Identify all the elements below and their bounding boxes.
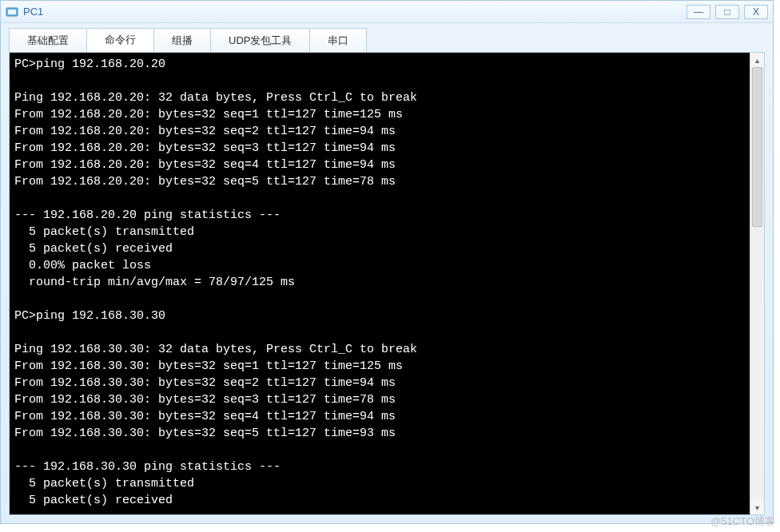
tab-bar: 基础配置 命令行 组播 UDP发包工具 串口 — [1, 23, 773, 52]
terminal-output[interactable]: PC>ping 192.168.20.20 Ping 192.168.20.20… — [10, 53, 750, 514]
scroll-track[interactable] — [750, 67, 764, 500]
scroll-down-icon[interactable]: ▾ — [750, 500, 764, 514]
close-button[interactable]: X — [744, 5, 768, 19]
maximize-button[interactable]: □ — [715, 5, 739, 19]
tab-udp-tool[interactable]: UDP发包工具 — [210, 28, 310, 52]
tab-serial[interactable]: 串口 — [309, 28, 367, 52]
titlebar: PC1 — □ X — [1, 1, 773, 23]
scroll-thumb[interactable] — [752, 67, 762, 227]
app-window: PC1 — □ X 基础配置 命令行 组播 UDP发包工具 串口 PC>ping… — [0, 0, 774, 524]
terminal-panel: PC>ping 192.168.20.20 Ping 192.168.20.20… — [9, 52, 765, 515]
window-title: PC1 — [23, 6, 686, 18]
tab-basic-config[interactable]: 基础配置 — [9, 28, 87, 52]
scrollbar[interactable]: ▴ ▾ — [750, 53, 764, 514]
scroll-up-icon[interactable]: ▴ — [750, 53, 764, 67]
minimize-button[interactable]: — — [686, 5, 710, 19]
tab-command-line[interactable]: 命令行 — [86, 28, 154, 52]
app-icon — [6, 6, 18, 18]
tab-multicast[interactable]: 组播 — [153, 28, 211, 52]
window-controls: — □ X — [686, 5, 768, 19]
svg-rect-1 — [8, 10, 16, 14]
